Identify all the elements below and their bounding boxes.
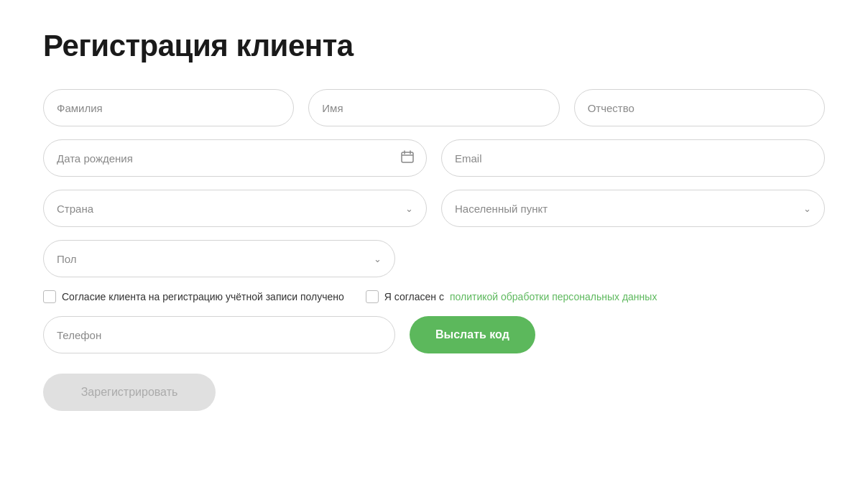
phone-row: Выслать код: [43, 316, 825, 353]
send-code-button[interactable]: Выслать код: [410, 316, 535, 353]
location-row: Страна ⌄ Населенный пункт ⌄: [43, 190, 825, 227]
city-placeholder: Населенный пункт: [455, 203, 548, 215]
page-title: Регистрация клиента: [43, 29, 825, 63]
chevron-down-icon: ⌄: [405, 203, 413, 214]
gender-row: Пол ⌄: [43, 240, 825, 277]
last-name-input[interactable]: [43, 89, 294, 126]
gender-field: Пол ⌄: [43, 240, 395, 277]
country-field: Страна ⌄: [43, 190, 427, 227]
policy-link[interactable]: политикой обработки персональных данных: [450, 291, 657, 302]
consent-checkbox[interactable]: [43, 290, 56, 303]
city-select[interactable]: Населенный пункт ⌄: [441, 190, 825, 227]
checkboxes-row: Согласие клиента на регистрацию учётной …: [43, 290, 825, 303]
dob-email-row: [43, 139, 825, 177]
email-field: [441, 139, 825, 177]
city-field: Населенный пункт ⌄: [441, 190, 825, 227]
chevron-down-icon: ⌄: [374, 254, 382, 264]
register-button[interactable]: Зарегистрировать: [43, 374, 216, 411]
first-name-input[interactable]: [308, 89, 559, 126]
middle-name-input[interactable]: [574, 89, 825, 126]
middle-name-field: [574, 89, 825, 126]
consent-label: Согласие клиента на регистрацию учётной …: [62, 291, 344, 302]
consent-checkbox-label[interactable]: Согласие клиента на регистрацию учётной …: [43, 290, 344, 303]
dob-field: [43, 139, 427, 177]
policy-checkbox-label[interactable]: Я согласен с политикой обработки персона…: [366, 290, 657, 303]
register-row: Зарегистрировать: [43, 374, 825, 411]
phone-input[interactable]: [43, 316, 395, 353]
policy-checkbox[interactable]: [366, 290, 379, 303]
dob-input[interactable]: [43, 139, 427, 177]
country-placeholder: Страна: [57, 203, 93, 215]
chevron-down-icon: ⌄: [803, 203, 811, 214]
country-select[interactable]: Страна ⌄: [43, 190, 427, 227]
email-input[interactable]: [441, 139, 825, 177]
phone-field: [43, 316, 395, 353]
policy-prefix: Я согласен с: [384, 291, 444, 302]
registration-form: Регистрация клиента: [43, 29, 825, 411]
gender-select[interactable]: Пол ⌄: [43, 240, 395, 277]
last-name-field: [43, 89, 294, 126]
name-row: [43, 89, 825, 126]
gender-placeholder: Пол: [57, 253, 77, 265]
first-name-field: [308, 89, 559, 126]
